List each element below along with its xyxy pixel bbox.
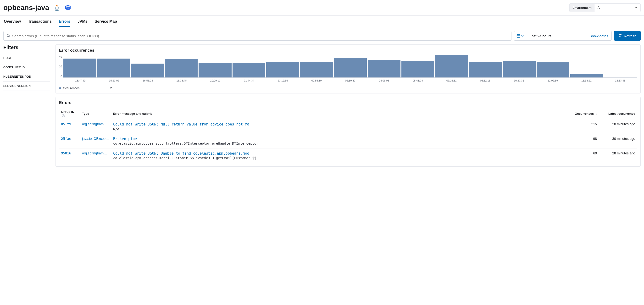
- calendar-icon[interactable]: [514, 31, 526, 40]
- legend-series-label: Occurences: [63, 86, 80, 90]
- chart-legend: Occurences 2: [59, 86, 637, 90]
- legend-dot-icon: [59, 87, 61, 89]
- chart-bar: [402, 61, 434, 77]
- table-row: 95816org.springfram…Could not write JSON…: [59, 148, 637, 163]
- x-tick: 00:55:19: [300, 79, 334, 82]
- chart-title: Error occurrences: [59, 48, 637, 53]
- search-icon: [6, 34, 10, 38]
- x-tick: 08:52:13: [468, 79, 502, 82]
- environment-value: All: [597, 6, 601, 9]
- occurrences-value: 98: [568, 134, 599, 148]
- error-message-link[interactable]: Could not write JSON: Unable to find co.…: [113, 151, 566, 156]
- error-message-link[interactable]: Could not write JSON: Null return value …: [113, 122, 566, 126]
- date-picker[interactable]: Last 24 hours Show dates: [514, 31, 612, 41]
- svg-rect-11: [517, 35, 520, 37]
- x-tick: 23:19:56: [266, 79, 300, 82]
- chart-bar: [64, 58, 96, 77]
- svg-line-4: [69, 8, 70, 8]
- x-tick: 12:02:59: [536, 79, 570, 82]
- x-tick: 10:27:36: [502, 79, 536, 82]
- col-header-occurrences[interactable]: Occurrences ↓: [568, 108, 599, 119]
- col-header-message[interactable]: Error message and culprit: [111, 108, 568, 119]
- chevron-down-icon: [635, 6, 638, 9]
- svg-point-9: [7, 34, 9, 36]
- chart-bar: [368, 60, 400, 77]
- occurrences-value: 215: [568, 119, 599, 134]
- chart-bars: [64, 55, 637, 78]
- chart-y-axis: 40200: [59, 55, 64, 78]
- tab-errors[interactable]: Errors: [59, 15, 70, 27]
- chart-bar: [165, 59, 198, 77]
- search-input-wrapper: [3, 31, 512, 41]
- refresh-icon: [618, 34, 622, 38]
- errors-title: Errors: [59, 100, 637, 105]
- filter-kubernetes-pod[interactable]: KUBERNETES POD: [3, 72, 50, 81]
- filter-container-id[interactable]: CONTAINER ID: [3, 63, 50, 72]
- tab-transactions[interactable]: Transactions: [28, 15, 52, 27]
- filter-service-version[interactable]: SERVICE VERSION: [3, 81, 50, 91]
- group-id-link[interactable]: 051f9: [61, 122, 71, 126]
- legend-series-value: 2: [110, 86, 112, 90]
- x-tick: 02:30:42: [334, 79, 367, 82]
- latest-occurrence-value: 30 minutes ago: [599, 134, 637, 148]
- errors-panel: Errors Group ID ? Type Error message and…: [56, 97, 641, 167]
- help-icon[interactable]: ?: [62, 114, 65, 117]
- tab-jvms[interactable]: JVMs: [78, 15, 88, 27]
- chart-bar: [232, 63, 265, 77]
- date-range-label: Last 24 hours: [526, 31, 586, 40]
- chart-bar: [435, 55, 468, 77]
- chart-bar: [536, 62, 569, 77]
- show-dates-link[interactable]: Show dates: [586, 34, 612, 38]
- chart-bar: [266, 62, 299, 77]
- error-culprit: co.elastic.apm.opbeans.model.Customer_$$…: [113, 156, 566, 160]
- java-icon: [54, 4, 60, 11]
- page-header: opbeans-java: [0, 0, 644, 15]
- error-type-link[interactable]: java.io.IOExcep…: [82, 137, 109, 141]
- group-id-link[interactable]: 25fae: [61, 137, 71, 141]
- x-tick: 13:38:22: [570, 79, 603, 82]
- latest-occurrence-value: 20 minutes ago: [599, 119, 637, 134]
- x-tick: 20:09:11: [198, 79, 232, 82]
- svg-line-10: [9, 36, 10, 37]
- filters-sidebar: Filters HOSTCONTAINER IDKUBERNETES PODSE…: [3, 44, 50, 167]
- tabs: OverviewTransactionsErrorsJVMsService Ma…: [0, 15, 644, 27]
- chart-bar: [97, 58, 130, 77]
- y-tick: 0: [60, 75, 62, 78]
- col-header-type[interactable]: Type: [80, 108, 111, 119]
- latest-occurrence-value: 28 minutes ago: [599, 148, 637, 163]
- chart-bar: [503, 61, 536, 77]
- error-message-link[interactable]: Broken pipe: [113, 137, 566, 141]
- x-tick: 04:06:05: [367, 79, 401, 82]
- x-tick: 05:41:28: [401, 79, 435, 82]
- col-header-group-id[interactable]: Group ID ?: [59, 108, 80, 119]
- filter-host[interactable]: HOST: [3, 53, 50, 63]
- refresh-button[interactable]: Refresh: [614, 31, 641, 41]
- error-occurrences-panel: Error occurrences 40200 13:47:4015:23:02…: [56, 44, 641, 93]
- search-input[interactable]: [12, 34, 508, 38]
- col-header-latest[interactable]: Latest occurrence: [599, 108, 637, 119]
- error-type-link[interactable]: org.springfram…: [82, 151, 109, 155]
- environment-selector[interactable]: Environment All: [569, 3, 641, 12]
- kubernetes-icon: [64, 4, 71, 11]
- error-culprit: N/A: [113, 127, 566, 131]
- filters-title: Filters: [3, 44, 50, 50]
- y-tick: 20: [59, 65, 62, 68]
- x-tick: 07:16:51: [435, 79, 468, 82]
- x-tick: 13:47:40: [64, 79, 97, 82]
- table-row: 051f9org.springfram…Could not write JSON…: [59, 119, 637, 134]
- page-title: opbeans-java: [3, 3, 49, 12]
- chart-bar: [300, 62, 333, 77]
- sort-desc-icon: ↓: [596, 112, 597, 115]
- chart-bar: [131, 64, 164, 77]
- x-tick: 15:13:45: [603, 79, 637, 82]
- error-type-link[interactable]: org.springfram…: [82, 122, 109, 126]
- chart-bar: [334, 58, 367, 77]
- chart-bar: [469, 62, 502, 77]
- group-id-link[interactable]: 95816: [61, 151, 71, 155]
- tab-overview[interactable]: Overview: [4, 15, 21, 27]
- svg-line-7: [66, 8, 67, 8]
- environment-label: Environment: [570, 4, 594, 12]
- error-culprit: co.elastic.apm.opbeans.controllers.DTInt…: [113, 141, 566, 145]
- tab-service-map[interactable]: Service Map: [95, 15, 117, 27]
- chart-bar: [198, 63, 231, 77]
